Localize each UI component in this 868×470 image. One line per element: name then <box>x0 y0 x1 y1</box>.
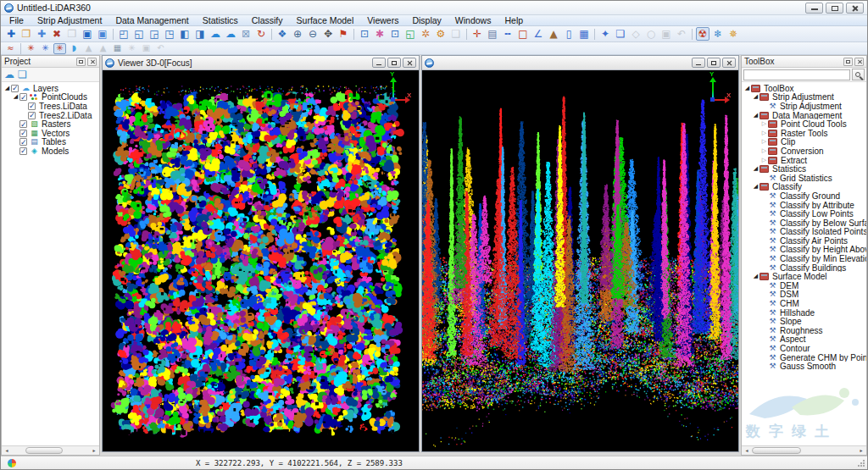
layer-manager-button[interactable]: ❏ <box>18 69 27 80</box>
tree-item-conversion[interactable]: ▷Conversion <box>742 147 866 156</box>
tree-item-hillshade[interactable]: ⚒Hillshade <box>742 308 866 318</box>
tree-item-statistics[interactable]: ◢Statistics <box>742 164 866 174</box>
tree-item-classify-air-points[interactable]: ⚒Classify Air Points <box>742 236 866 246</box>
zoom-in-button[interactable]: ⊕ <box>291 27 304 41</box>
tree-item-toolbox[interactable]: ◢ToolBox <box>742 84 866 93</box>
expander-icon[interactable]: ◢ <box>752 94 760 100</box>
measure-volume-button[interactable]: ▲ <box>547 27 560 41</box>
cross-section-button[interactable]: ✳ <box>39 43 52 54</box>
tree-item-classify-isolated-points[interactable]: ⚒Classify Isolated Points <box>742 228 866 237</box>
tree-item-models[interactable]: ◈Models <box>2 147 99 156</box>
expander-icon[interactable]: ▷ <box>760 121 768 127</box>
viewer-minimize-button[interactable] <box>372 58 386 68</box>
display-by-blend-button[interactable]: ✲ <box>419 27 432 41</box>
expander-icon[interactable]: ▷ <box>760 158 768 163</box>
open-project-button[interactable]: ❐ <box>19 27 33 41</box>
tree-item-classify-ground[interactable]: ⚒Classify Ground <box>742 191 866 201</box>
maximize-button[interactable] <box>826 3 843 14</box>
menu-item-classify[interactable]: Classify <box>245 15 290 25</box>
select-lasso-button[interactable]: ✦ <box>598 27 612 41</box>
clear-selection-button[interactable]: ❄ <box>711 27 725 41</box>
menu-item-file[interactable]: File <box>3 15 31 25</box>
tree-item-data-management[interactable]: ◢Data Management <box>742 111 866 120</box>
checkbox[interactable] <box>28 102 36 110</box>
zoom-out-button[interactable]: ⊖ <box>306 27 320 41</box>
profile-grid-button[interactable]: ▦ <box>111 43 124 54</box>
tree-item-trees2-lidata[interactable]: Trees2.LiData <box>2 111 99 120</box>
view-left-button[interactable]: ◲ <box>147 27 161 41</box>
tree-item-pointclouds[interactable]: ◢PointClouds <box>2 93 99 102</box>
tree-item-generate-chm-by-point-clou[interactable]: ⚒Generate CHM by Point Clou <box>742 353 866 362</box>
viewer-restore-button[interactable] <box>707 58 721 68</box>
viewer-restore-button[interactable] <box>387 58 401 68</box>
cross-selection-button[interactable]: ☢ <box>696 27 709 41</box>
rotate-view-button[interactable]: ↻ <box>254 27 268 41</box>
tree-item-classify-by-height-above-gro[interactable]: ⚒Classify by Height Above Gro <box>742 246 866 255</box>
tree-item-strip-adjustment[interactable]: ◢Strip Adjustment <box>742 93 866 102</box>
menu-item-help[interactable]: Help <box>498 15 530 25</box>
measure-density-button[interactable]: ▦ <box>577 27 591 41</box>
capture-image-button[interactable]: ⊠ <box>239 27 253 41</box>
tree-item-chm[interactable]: ⚒CHM <box>742 299 866 308</box>
view-iso-b-button[interactable]: ☁ <box>224 27 237 41</box>
remove-layer-button[interactable]: ✖ <box>50 27 64 41</box>
checkbox[interactable] <box>28 112 36 119</box>
seed-points-button[interactable]: ✵ <box>726 27 740 41</box>
expander-icon[interactable]: ▷ <box>760 130 768 136</box>
checkbox[interactable] <box>19 93 27 101</box>
expander-icon[interactable]: ◢ <box>752 166 760 172</box>
scroll-right-icon[interactable]: ▸ <box>90 446 98 455</box>
checkbox[interactable] <box>19 130 27 137</box>
resize-grip[interactable] <box>857 459 865 467</box>
select-rectangle-button[interactable]: ❏ <box>614 27 627 41</box>
scroll-left-icon[interactable]: ◂ <box>743 446 751 455</box>
minimize-button[interactable] <box>805 3 823 14</box>
menu-item-data-management[interactable]: Data Management <box>108 15 195 25</box>
menu-item-viewers[interactable]: Viewers <box>360 15 405 25</box>
tree-item-rasters[interactable]: ▧Rasters <box>2 119 99 129</box>
expander-icon[interactable]: ◢ <box>752 184 760 190</box>
tree-item-classify[interactable]: ◢Classify <box>742 183 866 192</box>
tree-item-classify-by-attribute[interactable]: ⚒Classify by Attribute <box>742 201 866 210</box>
zoom-extent-button[interactable]: ❖ <box>275 27 289 41</box>
view-top-button[interactable]: ◰ <box>117 27 131 41</box>
scroll-thumb[interactable] <box>752 447 801 454</box>
viewer-left-titlebar[interactable]: Viewer 3D-0[Focus] <box>103 56 419 70</box>
toolbox-h-scrollbar[interactable]: ◂ ▸ <box>742 445 866 455</box>
display-by-rgb-button[interactable]: ⊡ <box>388 27 402 41</box>
measure-angle-button[interactable]: ∠ <box>531 27 545 41</box>
tree-item-roughness[interactable]: ⚒Roughness <box>742 326 866 335</box>
scroll-thumb[interactable] <box>25 447 63 454</box>
tree-item-trees-lidata[interactable]: Trees.LiData <box>2 102 99 111</box>
measure-height-button[interactable]: ▯ <box>562 27 576 41</box>
menu-item-windows[interactable]: Windows <box>448 15 498 25</box>
section-select-button[interactable]: ✳ <box>53 43 66 54</box>
scroll-left-icon[interactable]: ◂ <box>3 446 11 455</box>
measure-area-button[interactable]: □ <box>516 27 530 41</box>
expander-icon[interactable]: ▷ <box>760 139 768 145</box>
display-by-class-button[interactable]: ✱ <box>373 27 387 41</box>
display-by-window-button[interactable]: ◱ <box>403 27 417 41</box>
expander-icon[interactable]: ◢ <box>743 86 751 91</box>
tree-item-layers[interactable]: ◢☁Layers <box>2 84 99 93</box>
pick-point-button[interactable]: ✛ <box>470 27 484 41</box>
menu-item-strip-adjustment[interactable]: Strip Adjustment <box>31 15 108 25</box>
tree-item-tables[interactable]: ▤Tables <box>2 138 99 147</box>
menu-item-surface-model[interactable]: Surface Model <box>290 15 361 25</box>
pin-view-button[interactable]: ⚑ <box>337 27 350 41</box>
expander-icon[interactable]: ◢ <box>12 94 19 100</box>
scroll-right-icon[interactable]: ▸ <box>857 446 865 455</box>
tree-item-clip[interactable]: ▷Clip <box>742 138 866 147</box>
view-bottom-button[interactable]: ◱ <box>132 27 146 41</box>
tree-item-classify-low-points[interactable]: ⚒Classify Low Points <box>742 209 866 218</box>
project-float-button[interactable] <box>76 58 86 66</box>
project-close-button[interactable] <box>87 58 97 66</box>
project-h-scrollbar[interactable]: ◂ ▸ <box>2 445 99 455</box>
viewer-close-button[interactable] <box>403 58 416 68</box>
expander-icon[interactable]: ◢ <box>752 274 760 279</box>
toolbox-float-button[interactable] <box>843 58 853 66</box>
expander-icon[interactable]: ▷ <box>760 148 768 154</box>
measure-distance-button[interactable]: ╍ <box>501 27 515 41</box>
tree-item-extract[interactable]: ▷Extract <box>742 156 866 165</box>
view-front-button[interactable]: ◧ <box>178 27 192 41</box>
